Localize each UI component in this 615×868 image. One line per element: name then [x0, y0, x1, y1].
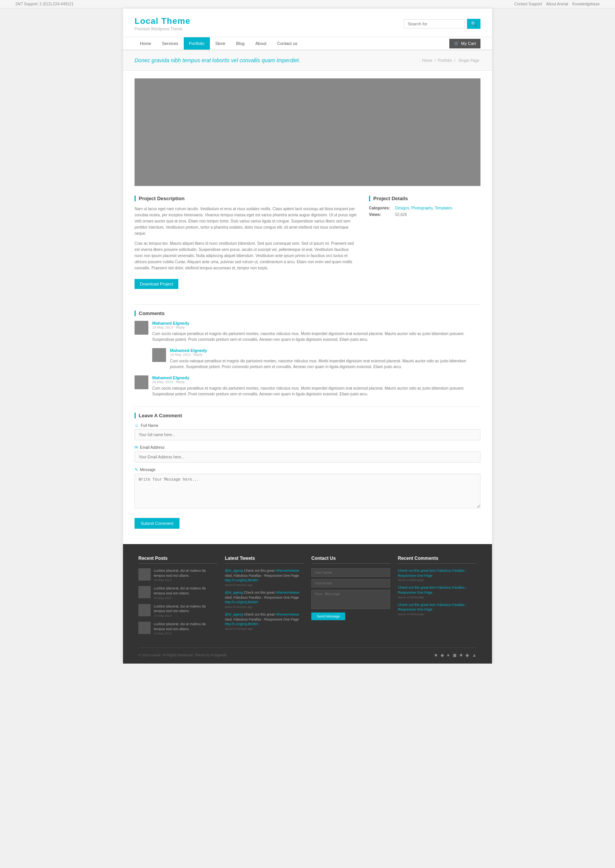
submit-comment-button[interactable]: Submit Comment [135, 518, 180, 529]
reply-link-2[interactable]: Reply [193, 353, 202, 357]
comment-2: Mahamed Elgnedy 19 May, 2013 · Reply Cum… [152, 348, 480, 370]
email-label: ✉ Email Address [135, 445, 480, 450]
flickr-icon[interactable]: ■ [460, 652, 462, 658]
tweet-user-2: @M_ageng [225, 591, 243, 594]
rss-icon[interactable]: ■ [434, 652, 437, 658]
featured-image [135, 78, 480, 186]
post-thumb-3 [138, 604, 151, 616]
contact-name-input[interactable] [311, 568, 390, 577]
recent-posts-title: Recent Posts [138, 556, 217, 564]
search-area: 🔍 [404, 19, 480, 29]
contact-support-link[interactable]: Contact Support [514, 2, 542, 6]
comment-meta-3: 29 May, 2013 · Reply [152, 380, 480, 384]
leave-comment-title: Leave A Comment [135, 413, 480, 418]
comment-avatar-2 [152, 348, 166, 362]
message-label: ✎ Message [135, 467, 480, 472]
dribbble-icon[interactable]: ◆ [465, 652, 469, 658]
behance-icon[interactable]: ▲ [472, 652, 477, 658]
footer-post-2: Lucktur placerat, dui at malesu da tempu… [138, 586, 217, 600]
cart-button[interactable]: 🛒 My Cart [449, 39, 481, 48]
nav-bar: Home Services Portfolio Store Blog About… [123, 37, 492, 50]
email-input[interactable] [135, 451, 480, 463]
nav-blog[interactable]: Blog [231, 37, 250, 50]
breadcrumb-home[interactable]: Home [422, 58, 432, 63]
views-row: Views: 52,626 [369, 212, 480, 217]
nav-store[interactable]: Store [210, 37, 231, 50]
email-icon: ✉ [135, 445, 138, 450]
tweets-title: Latest Tweets [225, 556, 304, 564]
cart-icon: 🛒 [454, 41, 459, 46]
breadcrumb-portfolio[interactable]: Portfolio [438, 58, 452, 63]
googleplus-icon[interactable]: ● [447, 652, 450, 658]
category-designs[interactable]: Designs [395, 206, 409, 210]
nav-links: Home Services Portfolio Store Blog About… [135, 37, 303, 50]
nav-portfolio[interactable]: Portfolio [184, 37, 210, 50]
email-field: ✉ Email Address [135, 445, 480, 463]
tweet-url-2[interactable]: http://t.co/gHQJbDBH [225, 600, 258, 604]
category-templates[interactable]: Templates [435, 206, 452, 210]
tweet-url-3[interactable]: http://t.co/gHQJbDBH [225, 622, 258, 626]
knowledge-link[interactable]: Knowledgebase [572, 2, 600, 6]
contact-title: Contact Us [311, 556, 390, 564]
divider-1 [135, 304, 480, 305]
footer-post-4: Lucktur placerat, dui at malesu da tempu… [138, 622, 217, 636]
tweet-link-3[interactable]: #theme#retwee [276, 612, 299, 616]
reply-link-1[interactable]: Reply [176, 325, 184, 329]
page-wrapper: Local Theme Premium Wordpress Theme 🔍 Ho… [123, 8, 492, 664]
logo-title: Local Theme [135, 16, 190, 26]
search-input[interactable] [404, 19, 465, 28]
tweet-user-3: @M_ageng [225, 612, 243, 616]
tweet-1: @M_ageng Check out this great #theme#ret… [225, 568, 304, 587]
footer-comment-link-1[interactable]: Check out this great item Fabulous Paral… [398, 569, 467, 578]
comment-author-2: Mahamed Elgnedy [170, 348, 480, 353]
comment-author-1: Mahamed Elgnedy [152, 321, 480, 325]
main-content: Project Description Nam ut lacus eget na… [123, 71, 492, 544]
comment-meta-2: 19 May, 2013 · Reply [170, 353, 480, 357]
categories-row: Categories: Designs, Photography, Templa… [369, 206, 480, 210]
contact-message-input[interactable] [311, 590, 390, 609]
page-title-bar: Donec gravida nibh tempus erat lobortis … [123, 50, 492, 71]
message-textarea[interactable] [135, 474, 480, 508]
comment-avatar-3 [135, 375, 148, 389]
comments-section: Comments Mahamed Elgnedy 19 May, 2013 · … [135, 310, 480, 397]
tweet-user-1: @M_ageng [225, 569, 243, 573]
nav-home[interactable]: Home [135, 37, 156, 50]
nav-about[interactable]: About [250, 37, 272, 50]
send-message-button[interactable]: Send Message [311, 612, 345, 620]
footer-comment-link-3[interactable]: Check out this great item Fabulous Paral… [398, 603, 467, 612]
vimeo-icon[interactable]: ◼ [453, 652, 457, 658]
about-link[interactable]: About Arenal [546, 2, 568, 6]
download-button[interactable]: Download Project [135, 279, 178, 289]
social-icons: ■ ◆ ● ◼ ■ ◆ ▲ [434, 652, 477, 658]
page-heading: Donec gravida nibh tempus erat lobortis … [135, 57, 300, 63]
post-text-3: Lucktur placerat, dui at malesu da tempu… [154, 604, 217, 618]
reply-link-3[interactable]: Reply [176, 380, 184, 384]
tweet-link-2[interactable]: #theme#retwee [276, 591, 299, 594]
footer-comment-link-2[interactable]: Check out this great item Fabulous Paral… [398, 586, 467, 594]
full-name-label: ☺ Full Name [135, 423, 480, 428]
nav-contact[interactable]: Contact us [272, 37, 303, 50]
comment-body-2: Mahamed Elgnedy 19 May, 2013 · Reply Cum… [170, 348, 480, 370]
tweet-url-1[interactable]: http://t.co/gHQJbDBH [225, 578, 258, 582]
twitter-icon[interactable]: ◆ [440, 652, 444, 658]
header: Local Theme Premium Wordpress Theme 🔍 [123, 8, 492, 37]
comment-text-2: Cum sociis natoque penatibus et magnis d… [170, 358, 480, 370]
tweet-link-1[interactable]: #theme#retwee [276, 569, 299, 573]
project-description-column: Project Description Nam ut lacus eget na… [135, 196, 357, 297]
footer-comment-1: Check out this great item Fabulous Paral… [398, 568, 477, 582]
copyright-text: © 2013 Arenal. All Rights Reserved. Them… [138, 653, 227, 657]
post-thumb-2 [138, 586, 151, 598]
category-photography[interactable]: Photography [411, 206, 433, 210]
nav-services[interactable]: Services [156, 37, 183, 50]
full-name-input[interactable] [135, 429, 480, 440]
comment-text-1: Cum sociis natoque penatibus et magnis d… [152, 331, 480, 342]
categories-values: Designs, Photography, Templates [395, 206, 452, 210]
comment-1: Mahamed Elgnedy 19 May, 2013 · Reply Cum… [135, 321, 480, 342]
tweet-3: @M_ageng Check out this great #theme#ret… [225, 612, 304, 631]
footer-comment-3: Check out this great item Fabulous Paral… [398, 602, 477, 616]
search-button[interactable]: 🔍 [467, 19, 480, 29]
contact-email-input[interactable] [311, 579, 390, 588]
comment-author-3: Mahamed Elgnedy [152, 375, 480, 380]
footer-post-3: Lucktur placerat, dui at malesu da tempu… [138, 604, 217, 618]
footer-bottom: © 2013 Arenal. All Rights Reserved. Them… [138, 647, 477, 658]
